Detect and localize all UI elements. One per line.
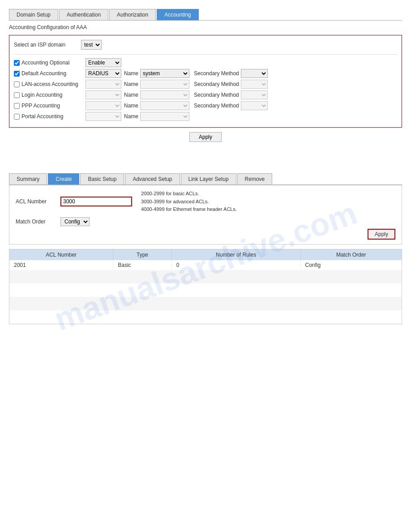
default-accounting-row: Default Accounting RADIUS HWTACACS None …: [14, 69, 397, 78]
acl-number-row: ACL Number 2000-2999 for basic ACLs. 300…: [16, 190, 395, 214]
tab-accounting[interactable]: Accounting: [157, 9, 198, 20]
portal-accounting-label: Portal Accounting: [21, 113, 63, 120]
match-order-select[interactable]: Config Auto: [60, 217, 90, 226]
cell-type: Basic: [113, 260, 171, 270]
login-secondary-label: Secondary Method: [194, 92, 239, 98]
tab-authorization[interactable]: Authorization: [109, 9, 156, 20]
col-num-rules: Number of Rules: [171, 249, 300, 260]
aaa-config-box: Select an ISP domain test Accounting Opt…: [9, 35, 402, 128]
lan-access-accounting-checkbox[interactable]: [14, 82, 20, 87]
tab-authentication[interactable]: Authentication: [59, 9, 108, 20]
aaa-apply-row: Apply: [9, 132, 402, 142]
table-row-empty-3: [9, 297, 402, 310]
col-match-order: Match Order: [300, 249, 402, 260]
acl-number-input[interactable]: [60, 197, 132, 206]
aaa-tab-bar: Domain Setup Authentication Authorizatio…: [9, 9, 402, 21]
col-acl-number: ACL Number: [9, 249, 113, 260]
lan-access-accounting-row: LAN-access Accounting Name Secondary Met…: [14, 80, 397, 89]
isp-domain-select[interactable]: test: [81, 40, 102, 50]
login-accounting-row: Login Accounting Name Secondary Method: [14, 90, 397, 99]
accounting-optional-label: Accounting Optional: [21, 60, 69, 66]
lan-access-name-select[interactable]: [140, 80, 189, 89]
isp-domain-row: Select an ISP domain test: [14, 40, 397, 50]
acl-tab-create[interactable]: Create: [48, 173, 79, 184]
lan-access-secondary-label: Secondary Method: [194, 81, 239, 87]
default-accounting-name-label: Name: [124, 70, 138, 77]
ppp-secondary-select[interactable]: [241, 101, 268, 110]
portal-name-select[interactable]: [140, 112, 189, 121]
portal-accounting-checkbox[interactable]: [14, 114, 20, 120]
match-order-label: Match Order: [16, 219, 60, 225]
ppp-secondary-label: Secondary Method: [194, 103, 239, 109]
lan-access-secondary-select[interactable]: [241, 80, 268, 89]
ppp-name-label: Name: [124, 103, 138, 109]
login-accounting-method[interactable]: [86, 90, 121, 99]
tab-domain-setup[interactable]: Domain Setup: [9, 9, 58, 20]
acl-tab-summary[interactable]: Summary: [9, 173, 47, 184]
acl-tab-link-layer-setup[interactable]: Link Layer Setup: [181, 173, 236, 184]
aaa-section: Domain Setup Authentication Authorizatio…: [9, 9, 402, 142]
table-row: 2001 Basic 0 Config: [9, 260, 402, 270]
aaa-apply-button[interactable]: Apply: [189, 132, 222, 142]
isp-domain-label: Select an ISP domain: [14, 42, 81, 48]
portal-accounting-method[interactable]: [86, 112, 121, 121]
cell-acl-number: 2001: [9, 260, 113, 270]
default-accounting-checkbox[interactable]: [14, 71, 20, 77]
table-row-empty-2: [9, 283, 402, 297]
lan-access-name-label: Name: [124, 81, 138, 87]
default-accounting-label: Default Accounting: [21, 70, 66, 77]
match-order-row: Match Order Config Auto: [16, 217, 395, 226]
ppp-accounting-label: PPP Accounting: [21, 103, 60, 109]
acl-config-box: ACL Number 2000-2999 for basic ACLs. 300…: [9, 185, 402, 245]
acl-tab-bar: Summary Create Basic Setup Advanced Setu…: [9, 173, 402, 185]
cell-num-rules: 0: [171, 260, 300, 270]
acl-section: Summary Create Basic Setup Advanced Setu…: [9, 173, 402, 324]
acl-number-label: ACL Number: [16, 198, 60, 205]
aaa-section-title: Accounting Configuration of AAA: [9, 24, 402, 30]
ppp-name-select[interactable]: [140, 101, 189, 110]
portal-name-label: Name: [124, 113, 138, 120]
ppp-accounting-method[interactable]: [86, 101, 121, 110]
acl-table-wrapper: ACL Number Type Number of Rules Match Or…: [9, 249, 402, 324]
acl-apply-row: Apply: [16, 229, 395, 240]
login-name-select[interactable]: [140, 90, 189, 99]
accounting-optional-method[interactable]: Enable Disable: [86, 58, 121, 67]
default-accounting-secondary-select[interactable]: [241, 69, 268, 78]
table-row-empty-1: [9, 270, 402, 283]
lan-access-accounting-label: LAN-access Accounting: [21, 81, 78, 87]
login-accounting-label: Login Accounting: [21, 92, 62, 98]
acl-apply-button[interactable]: Apply: [368, 229, 395, 240]
acl-table-header-row: ACL Number Type Number of Rules Match Or…: [9, 249, 402, 260]
login-accounting-checkbox[interactable]: [14, 92, 20, 98]
default-accounting-secondary-label: Secondary Method: [194, 70, 239, 77]
acl-table: ACL Number Type Number of Rules Match Or…: [9, 249, 402, 324]
ppp-accounting-row: PPP Accounting Name Secondary Method: [14, 101, 397, 110]
table-row-empty-4: [9, 310, 402, 324]
acl-hint: 2000-2999 for basic ACLs. 3000-3999 for …: [141, 190, 237, 214]
acl-tab-advanced-setup[interactable]: Advanced Setup: [125, 173, 180, 184]
portal-accounting-row: Portal Accounting Name: [14, 112, 397, 121]
default-accounting-method[interactable]: RADIUS HWTACACS None: [86, 69, 121, 78]
lan-access-accounting-method[interactable]: [86, 80, 121, 89]
col-type: Type: [113, 249, 171, 260]
acl-tab-basic-setup[interactable]: Basic Setup: [80, 173, 124, 184]
accounting-optional-row: Accounting Optional Enable Disable: [14, 58, 397, 67]
login-secondary-select[interactable]: [241, 90, 268, 99]
login-name-label: Name: [124, 92, 138, 98]
cell-match-order: Config: [300, 260, 402, 270]
acl-tab-remove[interactable]: Remove: [237, 173, 273, 184]
ppp-accounting-checkbox[interactable]: [14, 103, 20, 109]
accounting-optional-checkbox[interactable]: [14, 60, 20, 66]
default-accounting-name-select[interactable]: system: [140, 69, 189, 78]
